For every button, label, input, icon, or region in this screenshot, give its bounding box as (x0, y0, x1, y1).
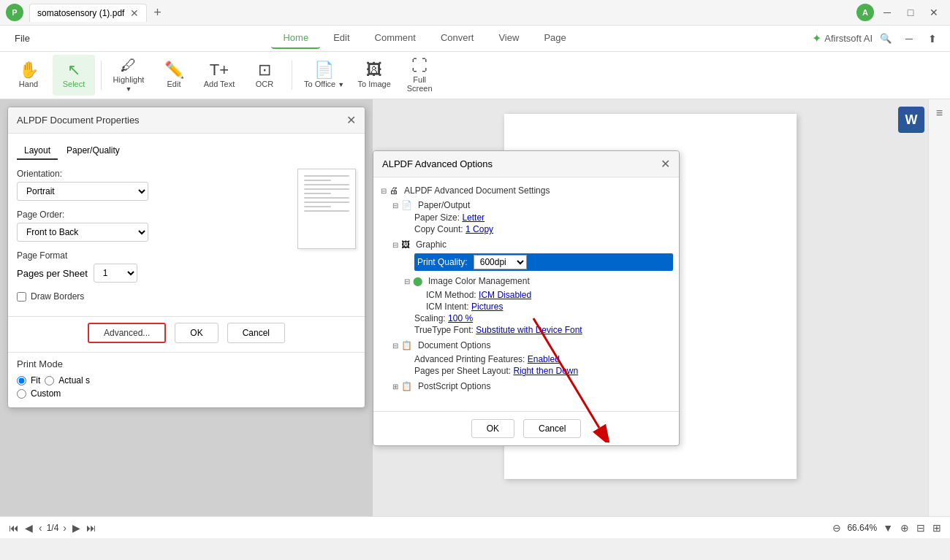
paper-quality-tab[interactable]: Paper/Quality (59, 142, 127, 160)
ok-btn[interactable]: OK (175, 323, 218, 343)
toolbar: ✋ Hand ↖ Select 🖊 Highlight ▼ ✏️ Edit T+… (0, 52, 950, 99)
fit-radio[interactable] (17, 376, 26, 386)
icm-row: ⊟ ⬤ Image Color Management (403, 275, 673, 287)
pages-layout-label: Pages per Sheet Layout: (414, 366, 511, 376)
select-tool-btn[interactable]: ↖ Select (53, 55, 95, 96)
page-order-group: Page Order: Front to Back Back to Front (17, 210, 289, 242)
icm-intent-value: Pictures (471, 302, 503, 312)
sidebar-expand-icon[interactable]: ≡ (936, 107, 943, 120)
icm-intent-label: ICM Intent: (426, 302, 469, 312)
advanced-title: ALPDF Advanced Options (382, 158, 493, 169)
highlight-label: Highlight (113, 75, 145, 84)
fit-page-btn[interactable]: ⊞ (931, 521, 943, 535)
fit-width-btn[interactable]: ⊟ (915, 521, 927, 535)
hand-label: Hand (19, 80, 38, 88)
doc-options-item[interactable]: ⊟ 📋 Document Options (379, 338, 673, 353)
icm-intent-row: ICM Intent: Pictures (379, 302, 673, 312)
file-menu[interactable]: File (7, 30, 37, 47)
postscript-item[interactable]: ⊞ 📋 PostScript Options (379, 379, 673, 394)
zoom-in-btn[interactable]: ⊕ (899, 521, 911, 535)
advanced-ok-btn[interactable]: OK (471, 419, 514, 438)
graphic-label: Graphic (416, 239, 446, 250)
ocr-btn[interactable]: ⊡ OCR (243, 55, 286, 96)
menu-tab-comment[interactable]: Comment (363, 28, 428, 49)
zoom-out-btn[interactable]: ⊖ (831, 521, 843, 535)
menu-bar: File Home Edit Comment Convert View Page… (0, 26, 950, 52)
dialog-title-bar: ALPDF Document Properties ✕ (8, 107, 365, 134)
hand-tool-btn[interactable]: ✋ Hand (7, 55, 50, 96)
to-office-btn[interactable]: 📄 To Office ▼ (298, 55, 350, 96)
menu-minimize[interactable]: ─ (899, 28, 919, 49)
menu-tab-view[interactable]: View (487, 28, 531, 49)
orientation-select[interactable]: Portrait Landscape (17, 182, 148, 201)
full-screen-btn[interactable]: ⛶ Full Screen (398, 55, 441, 96)
print-quality-highlight: Print Quality: 600dpi 300dpi 1200dpi (414, 253, 673, 271)
maximize-btn[interactable]: □ (900, 2, 921, 23)
tab-close-btn[interactable]: ✕ (130, 7, 139, 19)
edit-tool-btn[interactable]: ✏️ Edit (153, 55, 195, 96)
menu-tab-edit[interactable]: Edit (322, 28, 361, 49)
tree-root-row: ⊟ 🖨 ALPDF Advanced Document Settings (379, 185, 673, 196)
app-tab[interactable]: somatosensory (1).pdf ✕ (29, 4, 147, 22)
add-text-icon: T+ (210, 62, 229, 78)
dialog-tabs: Layout Paper/Quality (17, 142, 356, 160)
print-quality-select[interactable]: 600dpi 300dpi 1200dpi (474, 255, 527, 269)
menu-tab-page[interactable]: Page (532, 28, 577, 49)
icm-expand-icon: ⊟ (404, 277, 410, 285)
divider-1 (101, 61, 102, 90)
search-btn[interactable]: 🔍 (880, 33, 892, 44)
custom-radio[interactable] (17, 389, 26, 399)
close-btn[interactable]: ✕ (924, 2, 944, 23)
pages-per-sheet-select[interactable]: 1 2 4 (94, 264, 137, 283)
icm-item[interactable]: ⊟ ⬤ Image Color Management (379, 274, 673, 288)
actual-radio[interactable] (45, 376, 54, 386)
advanced-close-btn[interactable]: ✕ (661, 157, 670, 171)
highlight-tool-btn[interactable]: 🖊 Highlight ▼ (107, 55, 150, 96)
draw-borders-checkbox[interactable] (17, 292, 26, 302)
page-format-label: Page Format (17, 250, 289, 261)
root-expand-icon: ⊟ (381, 187, 387, 195)
ocr-label: OCR (256, 80, 273, 88)
icm-method-label: ICM Method: (426, 290, 476, 300)
menu-tab-home[interactable]: Home (271, 28, 320, 49)
form-fields: Orientation: Portrait Landscape Page Ord… (17, 169, 289, 302)
last-page-btn[interactable]: ⏭ (85, 521, 98, 535)
advanced-btn[interactable]: Advanced... (88, 323, 166, 343)
zoom-dropdown-btn[interactable]: ▼ (881, 521, 894, 535)
next-btn[interactable]: › (61, 521, 68, 535)
menu-tab-convert[interactable]: Convert (429, 28, 486, 49)
orientation-group: Orientation: Portrait Landscape (17, 169, 289, 201)
minimize-btn[interactable]: ─ (877, 2, 897, 23)
ai-button[interactable]: ✦ Afirstsoft AI (812, 31, 873, 45)
next-page-btn[interactable]: ▶ (71, 521, 82, 535)
doc-options-label: Document Options (418, 340, 490, 350)
page-order-select[interactable]: Front to Back Back to Front (17, 223, 148, 242)
to-office-label: To Office ▼ (304, 80, 344, 88)
dialog-close-btn[interactable]: ✕ (346, 113, 356, 127)
preview-line-5 (304, 193, 331, 194)
prev-page-btn[interactable]: ◀ (23, 521, 34, 535)
new-tab-btn[interactable]: + (147, 2, 167, 23)
icm-method-row: ICM Method: ICM Disabled (379, 290, 673, 300)
paper-size-value: Letter (462, 212, 484, 223)
fit-radio-row: Fit Actual s (17, 375, 356, 386)
doc-options-expand-icon: ⊟ (392, 342, 398, 350)
to-image-btn[interactable]: 🖼 To Image (353, 55, 395, 96)
first-page-btn[interactable]: ⏮ (7, 521, 20, 535)
graphic-expand-icon: ⊟ (392, 241, 398, 249)
layout-tab[interactable]: Layout (17, 142, 58, 160)
paper-output-item[interactable]: ⊟ 📄 Paper/Output (379, 198, 673, 212)
paper-output-label: Paper/Output (418, 200, 470, 210)
dialog-title: ALPDF Document Properties (17, 115, 140, 126)
tree-root[interactable]: ⊟ 🖨 ALPDF Advanced Document Settings (379, 183, 673, 198)
pages-layout-value: Right then Down (513, 366, 578, 376)
add-text-label: Add Text (204, 80, 235, 88)
add-text-btn[interactable]: T+ Add Text (198, 55, 240, 96)
copy-count-row: Copy Count: 1 Copy (379, 224, 673, 234)
adv-printing-label: Advanced Printing Features: (414, 354, 525, 364)
advanced-cancel-btn[interactable]: Cancel (523, 419, 581, 438)
prev-btn[interactable]: ‹ (37, 521, 44, 535)
menu-expand[interactable]: ⬆ (922, 28, 943, 49)
graphic-item[interactable]: ⊟ 🖼 Graphic (379, 237, 673, 252)
cancel-btn[interactable]: Cancel (227, 323, 285, 343)
